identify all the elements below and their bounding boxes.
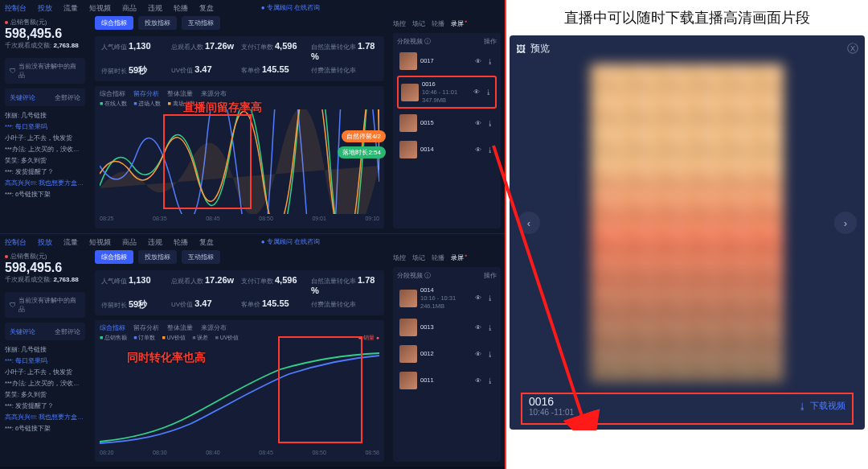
annotation-conversion: 同时转化率也高 bbox=[127, 351, 206, 365]
next-button[interactable]: › bbox=[834, 212, 857, 234]
preview-icon bbox=[475, 58, 482, 65]
pill-composite[interactable]: 综合指标 bbox=[95, 16, 133, 30]
chart-tab[interactable]: 整体流量 bbox=[167, 89, 193, 98]
rp-tab[interactable]: 轮播 bbox=[432, 19, 444, 28]
pill-tabs: 综合指标 投放指标 互动指标 bbox=[95, 16, 384, 30]
tab-violation[interactable]: 违规 bbox=[148, 3, 162, 14]
download-icon bbox=[487, 146, 494, 154]
segment-item[interactable]: 0017 bbox=[397, 49, 497, 73]
pill-ad[interactable]: 投放指标 bbox=[138, 16, 177, 30]
image-icon: 🖼 bbox=[516, 43, 526, 55]
tab-review[interactable]: 复盘 bbox=[199, 3, 214, 14]
retention-line-chart bbox=[100, 109, 379, 214]
preview-icon bbox=[475, 120, 482, 127]
chart-tab[interactable]: 综合指标 bbox=[100, 89, 125, 98]
doc-title: 直播中可以随时下载直播高清画面片段 bbox=[510, 8, 865, 27]
main-panel: 综合指标 投放指标 互动指标 人气峰值1,130 总观看人数17.26w 支付订… bbox=[90, 0, 389, 233]
download-icon bbox=[487, 58, 494, 65]
rp-tab[interactable]: 场控 bbox=[393, 19, 406, 28]
stop-icon bbox=[5, 21, 8, 24]
comment-item: 小叶子: 上不去，快发货 bbox=[5, 134, 85, 143]
tab-goods[interactable]: 商品 bbox=[122, 3, 137, 14]
comment-item: ***: 发货提醒了？ bbox=[5, 167, 85, 177]
comments-header: 关键评论 全部评论 bbox=[5, 88, 85, 106]
segment-item[interactable]: 0015 bbox=[397, 111, 497, 135]
tab-shortvideo[interactable]: 短视频 bbox=[89, 3, 111, 14]
comment-item: 张丽: 几号链接 bbox=[5, 111, 85, 121]
download-icon: ⭳ bbox=[798, 401, 807, 411]
preview-icon bbox=[475, 146, 482, 154]
comment-item: 笑笑: 多久到货 bbox=[5, 156, 85, 166]
segment-card: 分段视频 ⓘ操作 0017 001610:46 - 11:01 347.9MB … bbox=[393, 33, 501, 228]
download-icon bbox=[487, 120, 494, 127]
pill-interact[interactable]: 互动指标 bbox=[182, 16, 220, 30]
tab-carousel[interactable]: 轮播 bbox=[174, 3, 188, 14]
live-status-badge[interactable]: ● 专属顾问 在线咨询 bbox=[261, 3, 320, 12]
chart-tab[interactable]: 来源分布 bbox=[201, 89, 227, 98]
all-comments-toggle[interactable]: 全部评论 bbox=[55, 93, 80, 102]
nav-tabs: 控制台 投放 流量 短视频 商品 违规 轮播 复盘 bbox=[5, 237, 214, 248]
download-bar: 0016 10:46 -11:01 ⭳下载视频 bbox=[527, 392, 847, 420]
dashboard-bottom: 控制台 投放 流量 短视频 商品 违规 轮播 复盘 ● 专属顾问 在线咨询 总销… bbox=[0, 233, 505, 467]
revenue-box: 总销售额(元) 598,495.6 千次观看成交额: 2,763.88 bbox=[5, 18, 85, 50]
right-column: 直播中可以随时下载直播高清画面片段 🖼预览 ⓧ ‹ › 0016 10:46 -… bbox=[506, 0, 868, 469]
tag-landing: 落地时长2:54 bbox=[338, 146, 386, 158]
rp-tab[interactable]: 场记 bbox=[412, 19, 425, 28]
preview-id: 0016 bbox=[529, 395, 574, 408]
dashboard-top: 控制台 投放 流量 短视频 商品 违规 轮播 复盘 ● 专属顾问 在线咨询 总销… bbox=[0, 0, 505, 233]
tab-ad[interactable]: 投放 bbox=[38, 3, 52, 14]
comment-item: ***: 6号链接下架 bbox=[5, 190, 85, 200]
right-panel: 场控 场记 轮播 录屏 分段视频 ⓘ操作 0017 001610:46 - 11… bbox=[389, 0, 505, 233]
revenue-label: 总销售额(元) bbox=[10, 18, 47, 27]
key-comments-label[interactable]: 关键评论 bbox=[10, 93, 35, 102]
notice-card: 🛡当前没有讲解中的商品 bbox=[5, 58, 85, 84]
chart-tab[interactable]: 留存分析 bbox=[133, 89, 159, 98]
segment-item[interactable]: 0014 bbox=[397, 138, 497, 162]
preview-modal: 🖼预览 ⓧ ‹ › 0016 10:46 -11:01 ⭳下载视频 bbox=[510, 35, 865, 430]
preview-image bbox=[591, 64, 784, 382]
preview-time: 10:46 -11:01 bbox=[529, 408, 574, 417]
comment-item: ***: 每日坚果吗 bbox=[5, 122, 85, 132]
close-icon[interactable]: ⓧ bbox=[847, 42, 858, 56]
annotation-retention: 直播间留存率高 bbox=[183, 101, 262, 115]
revenue-value: 598,495.6 bbox=[5, 27, 85, 41]
comment-list: 张丽: 几号链接 ***: 每日坚果吗 小叶子: 上不去，快发货 ***办法: … bbox=[5, 111, 85, 201]
sidebar: 总销售额(元) 598,495.6 千次观看成交额: 2,763.88 🛡当前没… bbox=[0, 0, 90, 233]
segment-item-highlighted[interactable]: 001610:46 - 11:01 347.9MB bbox=[397, 76, 497, 109]
download-button[interactable]: ⭳下载视频 bbox=[798, 400, 845, 412]
comment-item: 高高兴兴!!!: 我也想要方盒V1送的，是吗 有吗？ bbox=[5, 179, 85, 188]
kpi-bar: 人气峰值1,130 总观看人数17.26w 支付订单数4,596 自然流量转化率… bbox=[95, 36, 384, 81]
tab-traffic[interactable]: 流量 bbox=[63, 3, 78, 14]
nav-tabs: 控制台 投放 流量 短视频 商品 违规 轮播 复盘 bbox=[5, 3, 214, 14]
comment-item: ***办法: 上次买的，没收礼就发到 bbox=[5, 145, 85, 154]
preview-title: 预览 bbox=[530, 42, 550, 56]
preview-icon bbox=[473, 88, 481, 96]
download-icon bbox=[485, 88, 493, 96]
prev-button[interactable]: ‹ bbox=[518, 212, 540, 234]
sales-indicator[interactable]: 销量 ● bbox=[358, 334, 379, 342]
chart-area-2: 综合指标 留存分析 整体流量 来源分布 总销售额 订单数 UV价值 误差 UV价… bbox=[95, 320, 384, 462]
chart-area-1: 综合指标 留存分析 整体流量 来源分布 在线人数 进场人数 离场人数 bbox=[95, 86, 384, 228]
tab-console[interactable]: 控制台 bbox=[5, 3, 27, 14]
rp-tab-record[interactable]: 录屏 bbox=[451, 19, 466, 28]
tag-natural: 自然停留4/2 bbox=[342, 130, 386, 142]
